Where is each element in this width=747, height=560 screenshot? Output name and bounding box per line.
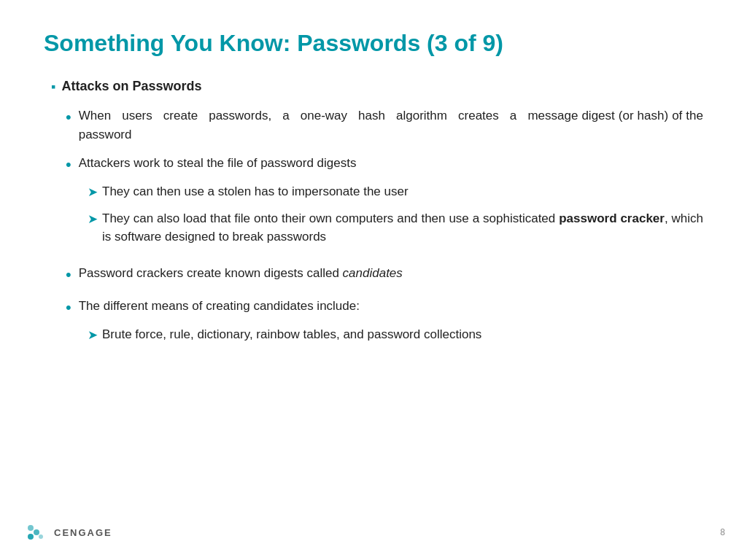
sub-item-4-1: ➤ Brute force, rule, dictionary, rainbow… [88,325,481,345]
content-area: ▪ Attacks on Passwords • When users crea… [44,79,703,351]
sub-text-4-1: Brute force, rule, dictionary, rainbow t… [102,325,481,344]
sub-list-2: ➤ They can then use a stolen has to impe… [66,182,703,254]
bullet-text-2: Attackers work to steal the file of pass… [79,154,357,173]
section-header-bullet-icon: ▪ [51,79,55,95]
italic-candidates: candidates [343,266,403,280]
svg-point-2 [28,525,34,531]
sub-text-2-2: They can also load that file onto their … [102,209,703,246]
arrow-icon-2-1: ➤ [88,183,98,202]
arrow-icon-2-2: ➤ [88,210,98,229]
sub-text-2-1: They can then use a stolen has to impers… [102,182,703,201]
bold-password-cracker: password cracker [559,211,665,225]
svg-point-3 [39,534,43,539]
bullet-dot-4: • [66,295,71,319]
main-bullet-list: • When users create passwords, a one-way… [51,106,703,351]
bullet-dot-2: • [66,152,71,176]
bullet-item-3: • Password crackers create known digests… [66,264,703,287]
bullet-dot-3: • [66,262,71,287]
footer: CENGAGE 8 [0,519,747,545]
slide-title: Something You Know: Passwords (3 of 9) [44,29,703,57]
cengage-logo-icon [22,519,48,545]
sub-item-2-2: ➤ They can also load that file onto thei… [88,209,703,246]
bullet-item-4: • The different means of creating candid… [66,297,703,352]
bullet-item-1: • When users create passwords, a one-way… [66,106,703,144]
arrow-icon-4-1: ➤ [88,326,98,345]
svg-point-1 [34,529,39,535]
sub-list-4: ➤ Brute force, rule, dictionary, rainbow… [66,325,481,352]
sub-item-2-1: ➤ They can then use a stolen has to impe… [88,182,703,202]
slide: Something You Know: Passwords (3 of 9) ▪… [0,0,747,560]
page-number: 8 [720,527,725,537]
bullet-text-3: Password crackers create known digests c… [79,264,703,283]
logo-area: CENGAGE [22,519,112,545]
bullet-text-4: The different means of creating candidat… [79,297,360,316]
bullet-item-2: • Attackers work to steal the file of pa… [66,154,703,254]
section-header-text: Attacks on Passwords [61,79,201,94]
section-header: ▪ Attacks on Passwords [51,79,703,95]
cengage-logo-text: CENGAGE [54,527,112,538]
bullet-text-1: When users create passwords, a one-way h… [79,106,703,144]
bullet-dot-1: • [66,105,71,129]
svg-point-0 [28,534,34,540]
